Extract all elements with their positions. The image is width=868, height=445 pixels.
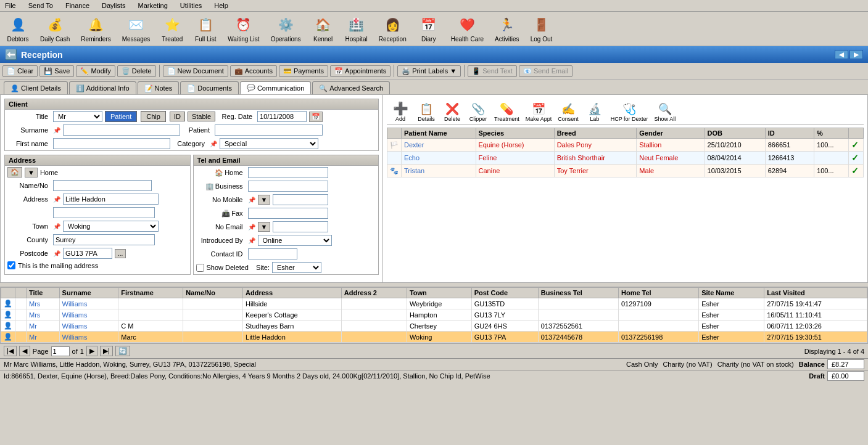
email-down-btn[interactable]: ▼	[258, 222, 271, 232]
page-refresh-btn[interactable]: 🔄	[115, 346, 130, 356]
category-select[interactable]: Special Normal	[220, 138, 318, 149]
site-select[interactable]: Esher	[272, 262, 321, 273]
tab-advanced-search[interactable]: 🔍 Advanced Search	[312, 81, 390, 94]
address-home-btn[interactable]: 🏠	[7, 167, 22, 178]
toolbar-reception[interactable]: 👩 Reception	[374, 13, 411, 44]
toolbar-daily-cash[interactable]: 💰 Daily Cash	[36, 13, 74, 44]
send-email-button[interactable]: 📧 Send Email	[519, 65, 572, 77]
nameno-input[interactable]	[53, 180, 152, 191]
new-document-button[interactable]: 📄 New Document	[163, 65, 228, 77]
firstname-input[interactable]: Marc	[53, 138, 170, 149]
title-select[interactable]: Mr Mrs Miss	[53, 111, 102, 122]
nav-forward-button[interactable]: ▶	[849, 50, 863, 59]
modify-button[interactable]: ✏️ Modify	[76, 65, 115, 77]
contact-id-input[interactable]: 16979	[248, 248, 297, 259]
reg-date-input[interactable]	[257, 111, 307, 122]
hcp-button[interactable]: 🩺 HCP for Dexter	[608, 101, 651, 123]
toolbar-diary[interactable]: 📅 Diary	[413, 13, 444, 44]
search-result-row[interactable]: 👤 Mrs Williams Keeper's Cottage Hampton …	[1, 309, 867, 320]
postcode-input[interactable]	[63, 248, 112, 259]
toolbar-logout[interactable]: 🚪 Log Out	[526, 13, 557, 44]
page-number-input[interactable]	[51, 346, 70, 356]
email-input[interactable]	[273, 221, 328, 232]
patient-name-input[interactable]	[215, 125, 323, 136]
search-result-row[interactable]: 👤 Mr Williams C M Studhayes Barn Chertse…	[1, 320, 867, 332]
chip-button[interactable]: Chip	[141, 111, 166, 122]
toolbar-reminders[interactable]: 🔔 Reminders	[76, 13, 115, 44]
toolbar-treated[interactable]: ⭐ Treated	[157, 13, 188, 44]
add-patient-button[interactable]: ➕ Add	[388, 100, 413, 123]
clear-button[interactable]: 📄 Clear	[2, 65, 38, 77]
send-text-button[interactable]: 📱 Send Text	[468, 65, 517, 77]
diary-icon: 📅	[419, 15, 439, 35]
mobile-input[interactable]	[273, 194, 328, 205]
details-button[interactable]: 📋 Details	[414, 101, 439, 123]
county-input[interactable]	[53, 234, 155, 245]
page-next-btn[interactable]: ▶	[86, 346, 97, 356]
clipper-button[interactable]: 📎 Clipper	[466, 101, 490, 123]
toolbar-debtors[interactable]: 👤 Debtors	[2, 13, 33, 44]
mobile-down-btn[interactable]: ▼	[258, 195, 271, 205]
patient-row[interactable]: 🏳️ Dexter Equine (Horse) Dales Pony Stal…	[387, 139, 864, 152]
payments-button[interactable]: 💳 Payments	[279, 65, 328, 77]
menu-file[interactable]: File	[2, 1, 19, 10]
toolbar-kennel[interactable]: 🏠 Kennel	[308, 13, 339, 44]
menu-utilities[interactable]: Utilities	[178, 1, 204, 10]
address-down-btn[interactable]: ▼	[25, 168, 38, 178]
surname-input[interactable]: Williams	[63, 125, 180, 136]
page-prev-btn[interactable]: ◀	[19, 346, 30, 356]
menu-help[interactable]: Help	[212, 1, 231, 10]
toolbar-waiting-list[interactable]: ⏰ Waiting List	[223, 13, 263, 44]
consent-button[interactable]: ✍️ Consent	[555, 101, 581, 123]
patient-row[interactable]: 🐾 Tristan Canine Toy Terrier Male 10/03/…	[387, 165, 864, 178]
address2-input[interactable]	[53, 207, 155, 218]
show-all-button[interactable]: 🔍 Show All	[652, 101, 679, 123]
delete-patient-button[interactable]: ❌ Delete	[440, 101, 465, 123]
patient-name-link[interactable]: Echo	[404, 154, 420, 161]
postcode-lookup-btn[interactable]: ...	[115, 249, 126, 258]
stable-button[interactable]: Stable	[188, 112, 215, 121]
tab-communication[interactable]: 💬 Communication	[240, 81, 311, 94]
toolbar-health-care[interactable]: ❤️ Health Care	[447, 13, 488, 44]
mailing-checkbox[interactable]	[7, 261, 15, 269]
patient-name-link[interactable]: Dexter	[404, 141, 424, 149]
make-appt-button[interactable]: 📅 Make Appt	[523, 101, 555, 123]
menu-finance[interactable]: Finance	[63, 1, 92, 10]
save-button[interactable]: 💾 Save	[39, 65, 74, 77]
search-result-row[interactable]: 👤 Mr Williams Marc Little Haddon Woking …	[1, 332, 867, 343]
toolbar-messages[interactable]: ✉️ Messages	[118, 13, 155, 44]
print-labels-button[interactable]: 🖨️ Print Labels ▼	[397, 65, 461, 77]
patient-row[interactable]: Echo Feline British Shorthair Neut Femal…	[387, 152, 864, 165]
treatment-button[interactable]: 💊 Treatment	[492, 101, 522, 123]
toolbar-activities[interactable]: 🏃 Activities	[490, 13, 523, 44]
patient-name-link[interactable]: Tristan	[404, 167, 424, 174]
accounts-button[interactable]: 💼 Accounts	[230, 65, 277, 77]
menu-daylists[interactable]: Daylists	[99, 1, 128, 10]
address-input[interactable]	[63, 194, 159, 205]
tab-client-details[interactable]: 👤 Client Details	[4, 81, 68, 94]
menu-marketing[interactable]: Marketing	[136, 1, 170, 10]
reg-date-calendar[interactable]: 📅	[309, 112, 323, 122]
tab-additional-info[interactable]: ℹ️ Additional Info	[69, 81, 136, 94]
toolbar-operations[interactable]: ⚙️ Operations	[267, 13, 305, 44]
town-select[interactable]: Woking	[63, 221, 159, 232]
introduced-by-select[interactable]: Online Word of Mouth	[258, 235, 332, 246]
show-deleted-checkbox[interactable]	[196, 264, 204, 272]
page-first-btn[interactable]: |◀	[4, 346, 17, 356]
fax-input[interactable]: 01372490566	[248, 208, 328, 219]
patient-button[interactable]: Patient	[105, 111, 137, 122]
tab-notes[interactable]: 📝 Notes	[138, 81, 180, 94]
tel-home-input[interactable]: 01372256198	[248, 167, 328, 178]
appointments-button[interactable]: 📅 Appointments	[330, 65, 391, 77]
delete-button[interactable]: 🗑️ Delete	[117, 65, 156, 77]
toolbar-full-list[interactable]: 📋 Full List	[190, 13, 221, 44]
lab-button[interactable]: 🔬 Lab	[582, 101, 607, 123]
toolbar-hospital[interactable]: 🏥 Hospital	[341, 13, 372, 44]
id-button[interactable]: ID	[170, 112, 185, 121]
nav-back-button[interactable]: ◀	[835, 50, 848, 59]
tab-documents[interactable]: 📄 Documents	[180, 81, 239, 94]
search-result-row[interactable]: 👤 Mrs Williams Hillside Weybridge GU135T…	[1, 298, 867, 309]
menu-sendto[interactable]: Send To	[26, 1, 56, 10]
tel-business-input[interactable]: 01372445678	[248, 181, 328, 192]
page-last-btn[interactable]: ▶|	[100, 346, 113, 356]
